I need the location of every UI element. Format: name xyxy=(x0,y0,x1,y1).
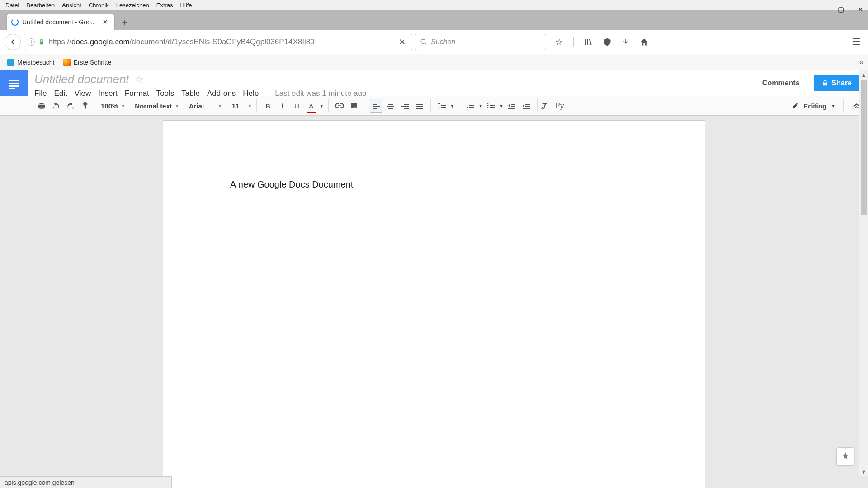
editing-mode-select[interactable]: Editing ▼ xyxy=(785,99,842,113)
url-text: https://docs.google.com/document/d/1yscs… xyxy=(48,38,392,47)
share-button[interactable]: Share xyxy=(814,75,860,91)
bulleted-list-button[interactable] xyxy=(485,99,497,113)
menu-hilfe[interactable]: Hilfe xyxy=(177,1,196,9)
bookmark-icon xyxy=(7,59,14,66)
status-text: apis.google.com gelesen xyxy=(5,479,75,486)
clear-formatting-button[interactable] xyxy=(538,99,551,113)
numbered-list-button[interactable] xyxy=(464,99,476,113)
search-placeholder: Suchen xyxy=(431,38,455,46)
paragraph-style-select[interactable]: Normal text▼ xyxy=(131,99,183,113)
menu-bearbeiten[interactable]: Bearbeiten xyxy=(23,1,58,9)
firefox-icon xyxy=(63,59,71,66)
line-spacing-button[interactable] xyxy=(435,99,448,113)
tab-title: Untitled document - Goo... xyxy=(22,19,96,26)
close-window-button[interactable]: ✕ xyxy=(858,5,863,14)
text-color-caret[interactable]: ▼ xyxy=(319,103,324,108)
back-button[interactable] xyxy=(5,34,21,50)
home-icon[interactable] xyxy=(640,38,649,47)
maximize-button[interactable]: ▢ xyxy=(838,5,844,14)
text-color-button[interactable]: A xyxy=(305,99,317,113)
downloads-icon[interactable] xyxy=(622,38,630,46)
vertical-scrollbar[interactable]: ▲ ▼ xyxy=(859,70,868,476)
clear-url-button[interactable]: ✕ xyxy=(396,37,408,47)
bookmarks-toolbar: Meistbesucht Erste Schritte » xyxy=(0,54,868,70)
menu-chronik[interactable]: Chronik xyxy=(85,1,113,9)
close-tab-button[interactable]: ✕ xyxy=(100,18,110,26)
scroll-down-arrow[interactable]: ▼ xyxy=(859,467,868,476)
align-justify-button[interactable] xyxy=(413,99,426,113)
navigation-bar: i https://docs.google.com/document/d/1ys… xyxy=(0,30,868,54)
search-bar[interactable]: Suchen xyxy=(415,34,546,50)
undo-button[interactable] xyxy=(50,99,62,113)
menu-extras[interactable]: Extras xyxy=(153,1,177,9)
menu-lesezeichen[interactable]: Lesezeichen xyxy=(113,1,153,9)
document-body-text: A new Google Docs Document xyxy=(230,179,353,189)
explore-icon xyxy=(840,451,850,461)
increase-indent-button[interactable] xyxy=(520,99,533,113)
bold-button[interactable]: B xyxy=(261,99,274,113)
pencil-icon xyxy=(792,102,799,109)
decrease-indent-button[interactable] xyxy=(505,99,518,113)
firefox-menu-button[interactable]: ☰ xyxy=(852,36,863,48)
new-tab-button[interactable]: + xyxy=(118,15,132,30)
info-icon[interactable]: i xyxy=(28,38,35,46)
gdocs-header: Untitled document ☆ File Edit View Inser… xyxy=(0,70,868,96)
insert-link-button[interactable] xyxy=(333,99,346,113)
document-canvas[interactable]: A new Google Docs Document xyxy=(0,116,868,488)
zoom-select[interactable]: 100%▼ xyxy=(97,99,129,113)
bookmark-first-steps[interactable]: Erste Schritte xyxy=(61,58,114,67)
add-comment-button[interactable] xyxy=(348,99,360,113)
lock-icon xyxy=(38,39,45,45)
minimize-button[interactable]: — xyxy=(817,5,824,14)
align-left-button[interactable] xyxy=(370,99,382,113)
align-center-button[interactable] xyxy=(384,99,397,113)
firefox-menubar: Datei Bearbeiten Ansicht Chronik Lesezei… xyxy=(0,0,868,10)
document-page[interactable]: A new Google Docs Document xyxy=(163,120,705,488)
font-size-select[interactable]: 11▼ xyxy=(228,99,256,113)
underline-button[interactable]: U xyxy=(290,99,303,113)
search-icon xyxy=(420,38,427,46)
loading-spinner-icon xyxy=(11,19,19,26)
star-icon[interactable]: ☆ xyxy=(135,74,144,85)
document-title[interactable]: Untitled document xyxy=(34,72,129,86)
print-button[interactable] xyxy=(35,99,48,113)
align-right-button[interactable] xyxy=(399,99,411,113)
comments-button[interactable]: Comments xyxy=(755,75,807,91)
paint-format-button[interactable] xyxy=(79,99,91,113)
browser-tab[interactable]: Untitled document - Goo... ✕ xyxy=(6,14,115,30)
gdocs-toolbar: 100%▼ Normal text▼ Arial▼ 11▼ B I U A ▼ xyxy=(0,96,868,116)
scroll-thumb[interactable] xyxy=(861,80,867,215)
bookmark-most-visited[interactable]: Meistbesucht xyxy=(5,58,57,67)
url-bar[interactable]: i https://docs.google.com/document/d/1ys… xyxy=(24,34,412,50)
bookmark-star-icon[interactable]: ☆ xyxy=(555,37,563,47)
menu-ansicht[interactable]: Ansicht xyxy=(58,1,85,9)
bookmarks-overflow-button[interactable]: » xyxy=(859,58,863,66)
scroll-up-arrow[interactable]: ▲ xyxy=(859,70,868,80)
lock-icon xyxy=(822,80,828,86)
docs-logo-icon xyxy=(9,80,19,89)
library-icon[interactable] xyxy=(584,38,593,47)
arrow-left-icon xyxy=(9,38,17,46)
redo-button[interactable] xyxy=(64,99,77,113)
status-bar: apis.google.com gelesen xyxy=(0,476,172,488)
window-controls: — ▢ ✕ xyxy=(817,5,863,14)
google-docs-app: Untitled document ☆ File Edit View Inser… xyxy=(0,70,868,488)
nav-icons: ☆ xyxy=(555,37,649,47)
italic-button[interactable]: I xyxy=(276,99,288,113)
menu-datei[interactable]: Datei xyxy=(2,1,23,9)
docs-logo[interactable] xyxy=(0,70,28,99)
pocket-icon[interactable] xyxy=(603,38,612,47)
font-family-select[interactable]: Arial▼ xyxy=(185,99,226,113)
input-tools-button[interactable]: Py xyxy=(553,99,566,113)
tab-bar: Untitled document - Goo... ✕ + xyxy=(0,10,868,30)
explore-button[interactable] xyxy=(836,447,854,465)
